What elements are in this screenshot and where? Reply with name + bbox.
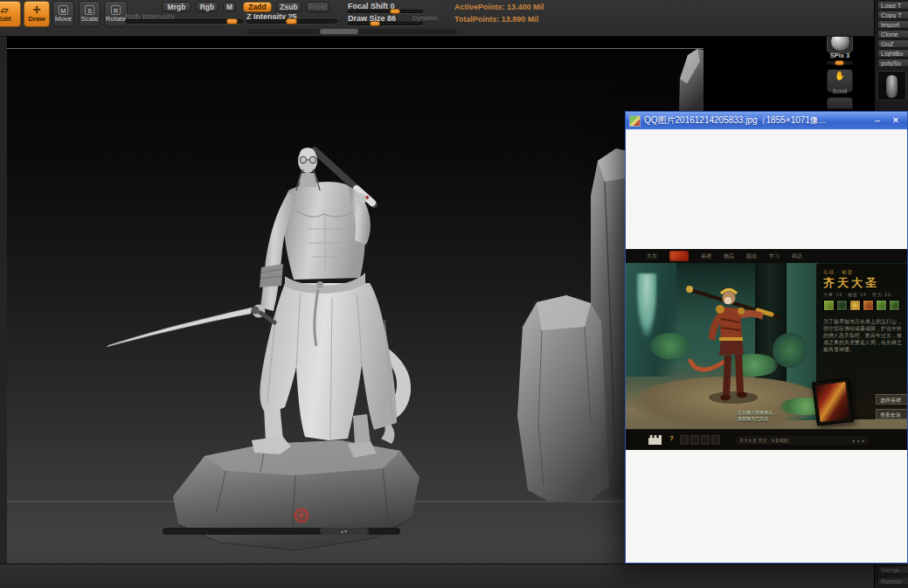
brush-cursor (295, 509, 308, 522)
tail (690, 361, 723, 370)
toolbar-scrollbar[interactable] (247, 29, 457, 34)
hand-icon: ✋ (828, 70, 852, 81)
hero-description: 为了躲开如来压在身上的五行山，悟空答应佛祖戒暴戒嗔，护送年轻的僧人西天取经。数百… (823, 318, 902, 353)
hero-name: 齐天大圣 (823, 275, 879, 291)
zbrush-screen: ▴▾ SPix 3 ✋ Scroll Load T Copy T Import … (0, 0, 908, 588)
zadd-button[interactable]: Zadd (243, 2, 272, 12)
viewer-titlebar[interactable]: QQ图片20161214205833.jpg（1855×1071像... – ✕ (626, 112, 907, 129)
focal-shift-slider[interactable] (348, 10, 423, 13)
status-text: 齐天大圣 至宝 · 大圣驾到 (739, 438, 853, 443)
dota-menu-item[interactable]: 英雄 (701, 252, 711, 260)
frost-button[interactable]: Frost (306, 2, 329, 12)
chat-line: 语音聊天已开启 (738, 416, 777, 422)
move-button[interactable]: M Move (52, 1, 74, 27)
view-sets-button[interactable]: 查看套装 (876, 409, 907, 419)
mrgb-button[interactable]: Mrgb (162, 2, 191, 12)
rgb-intensity-handle[interactable] (226, 18, 238, 24)
rgb-button[interactable]: Rgb (196, 2, 218, 12)
hero-stats: 力量 19 敏捷 24 智力 20 (823, 292, 891, 297)
bottom-slot[interactable] (680, 435, 689, 445)
shelf-partial-button[interactable] (827, 97, 853, 109)
dota-menu-item[interactable]: 物品 (724, 252, 734, 260)
katana (107, 307, 274, 348)
draw-button[interactable]: ✛ Draw (24, 1, 50, 27)
image-file-icon (629, 115, 641, 127)
viewer-title: QQ图片20161214205833.jpg（1855×1071像... (644, 114, 867, 127)
current-tool-thumbnail[interactable] (877, 71, 906, 100)
tool-panel-load[interactable]: Load T (877, 1, 908, 10)
treasure-card-art (816, 382, 850, 422)
dota-menu-item[interactable]: 观战 (746, 252, 757, 260)
tool-panel-polysub[interactable]: polySu (877, 59, 908, 67)
tool-panel-goz[interactable]: GoZ (877, 39, 908, 48)
bottom-ui-bar (0, 564, 874, 588)
canvas-scrollbar-handle[interactable]: ▴▾ (320, 528, 369, 535)
ability-icon-3[interactable] (849, 300, 861, 311)
top-toolbar: ▱ Edit ✛ Draw M Move S Scale R Rotate Mr… (0, 0, 874, 37)
armory-tower-icon[interactable] (648, 435, 662, 445)
select-hero-button[interactable]: 选择英雄 (876, 394, 907, 405)
dota-menu-item[interactable]: 学习 (769, 252, 780, 260)
m-button[interactable]: M (223, 2, 236, 12)
ability-icon-4[interactable] (863, 300, 874, 311)
active-points: ActivePoints: 13.400 Mil (454, 3, 544, 11)
edit-icon: ▱ (0, 4, 20, 15)
total-points: TotalPoints: 13.890 Mil (454, 15, 538, 24)
bottom-slot[interactable] (701, 435, 710, 445)
rock-column-top-right (679, 49, 704, 112)
image-viewer-window: QQ图片20161214205833.jpg（1855×1071像... – ✕ (625, 111, 908, 564)
ability-icon-5[interactable] (876, 300, 887, 311)
dynamic-label: Dynamic (412, 15, 438, 21)
dota-menu-home[interactable]: 主页 (647, 252, 657, 260)
hero-attribute-tag: 近战 · 敏捷 (823, 269, 853, 275)
scale-button[interactable]: S Scale (79, 1, 101, 27)
bottom-slot[interactable] (690, 435, 699, 445)
viewer-content: 主页 英雄 物品 观战 学习 商店 近战 · 敏捷 齐天大圣 力量 19 敏捷 … (626, 129, 907, 563)
scroll-label: Scroll (833, 88, 847, 94)
help-icon[interactable]: ? (669, 434, 674, 442)
rock-column-front (517, 295, 609, 502)
dota-screenshot: 主页 英雄 物品 观战 学习 商店 近战 · 敏捷 齐天大圣 力量 19 敏捷 … (626, 249, 907, 450)
scroll-button[interactable]: ✋ Scroll (827, 69, 853, 93)
monkey-king-model (674, 265, 787, 422)
ability-icon-1[interactable] (823, 300, 835, 311)
dota-menu-item[interactable]: 商店 (792, 252, 802, 260)
minimize-button[interactable]: – (870, 114, 885, 127)
ticker-dots-icon: ● ● ● (853, 439, 865, 443)
draw-size-handle[interactable] (370, 21, 380, 26)
sculpt-canvas[interactable]: ▴▾ (7, 48, 704, 564)
tool-panel-copy[interactable]: Copy T (877, 10, 908, 19)
ability-icon-6[interactable] (889, 300, 900, 311)
dota-menu-bar: 主页 英雄 物品 观战 学习 商店 (626, 249, 907, 263)
status-ticker: 齐天大圣 至宝 · 大圣驾到 ● ● ● (736, 436, 869, 445)
chat-messages: 正在载入英雄展示… 语音聊天已开启 (738, 410, 777, 422)
draw-icon: ✛ (24, 4, 49, 15)
tool-panel-clone[interactable]: Clone (877, 30, 908, 38)
z-intensity-handle[interactable] (286, 18, 297, 24)
tool-panel-merge[interactable]: Merge (877, 565, 908, 574)
toolbar-scrollbar-handle[interactable] (320, 29, 358, 34)
sculpture-render (7, 49, 704, 564)
dota-bottom-bar: ? 齐天大圣 至宝 · 大圣驾到 ● ● ● (626, 429, 907, 450)
chat-line: 正在载入英雄展示… (738, 410, 777, 416)
tool-panel-lightbox[interactable]: LightBo (877, 49, 908, 58)
canvas-scrollbar[interactable]: ▴▾ (163, 528, 400, 535)
spix-label: SPix 3 (827, 52, 853, 59)
tool-panel-import[interactable]: Import (877, 20, 908, 29)
tool-thumbnail-figure (886, 75, 898, 98)
samurai-figure (107, 148, 411, 458)
close-button[interactable]: ✕ (888, 114, 904, 127)
ability-icon-2[interactable] (836, 300, 848, 311)
draw-size-slider[interactable] (348, 22, 423, 25)
dota-logo-icon[interactable] (669, 251, 689, 261)
scale-key-icon: S (85, 5, 94, 15)
rotate-key-icon: R (111, 5, 121, 15)
treasure-card[interactable] (812, 378, 854, 426)
rotate-button[interactable]: R Rotate (104, 1, 128, 27)
bottom-slot[interactable] (711, 435, 720, 445)
rgb-intensity-slider[interactable] (125, 19, 243, 24)
tool-panel-remove[interactable]: Remov (877, 577, 908, 585)
edit-button[interactable]: ▱ Edit (0, 1, 21, 27)
zsub-button[interactable]: Zsub (276, 2, 302, 12)
spix-slider-handle[interactable] (835, 60, 844, 66)
